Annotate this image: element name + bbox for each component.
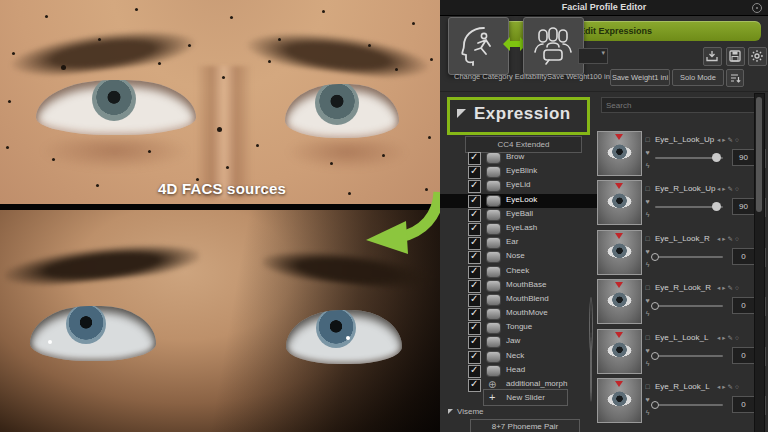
slider-row-eye-r-look-up: □♥ϟ Eye_R_Look_Up ◂▸✎○ 90 ▲▼ [440,180,768,228]
slider-label: Eye_R_Look_R [655,283,711,292]
slider-track[interactable] [655,404,723,406]
slider-track[interactable] [655,305,723,307]
scrollbar-thumb[interactable] [756,97,762,212]
slider-value[interactable]: 0 [732,248,755,265]
slider-value[interactable]: 0 [732,347,755,364]
checkbox-icon: □ [645,284,649,291]
sort-icon [728,71,742,85]
keyframe-icon: ◂▸ [717,284,728,291]
scrollbar[interactable] [754,93,765,432]
save-icon [728,49,742,63]
save-weight100-label[interactable]: Save Weight100 ini [547,72,612,81]
slider-value[interactable]: 90 [732,149,755,166]
dot-icon: ○ [735,334,741,341]
bolt-icon: ϟ [646,211,650,218]
slider-thumbnail-eye[interactable] [597,279,642,324]
slider-track[interactable] [655,355,723,357]
save-button[interactable] [726,47,745,66]
slider-thumbnail-eye[interactable] [597,230,642,275]
save-weight1-button[interactable]: Save Weight1 ini [610,69,670,86]
checkbox-icon: □ [645,136,649,143]
right-eye [285,84,399,138]
slider-track[interactable] [655,256,723,258]
left-eyebrow [8,23,197,81]
slider-label: Eye_R_Look_L [655,382,710,391]
left-eye [36,80,196,135]
slider-track[interactable] [655,206,723,208]
target-icon[interactable] [752,3,762,13]
dot-icon: ○ [735,383,741,390]
slider-thumbnail-eye[interactable] [597,131,642,176]
collapse-triangle-icon[interactable] [457,109,466,118]
slider-label: Eye_L_Look_L [655,333,708,342]
keyframe-icon: ◂▸ [717,185,728,192]
checkbox-icon: □ [645,185,649,192]
slider-row-eye-l-look-l: □♥ϟ Eye_L_Look_L ◂▸✎○ 0 ▲▼ [440,329,768,377]
pencil-icon: ✎ [728,284,735,291]
bolt-icon: ϟ [646,409,650,416]
slider-row-eye-l-look-r: □♥ϟ Eye_L_Look_R ◂▸✎○ 0 ▲▼ [440,230,768,278]
slider-knob[interactable] [712,202,721,211]
slider-knob[interactable] [651,401,659,409]
import-button[interactable] [703,47,722,66]
edit-expressions-label: Edit Expressions [579,26,652,36]
expression-set-dropdown[interactable] [578,48,608,64]
slider-knob[interactable] [651,352,659,360]
heart-icon: ♥ [645,248,649,255]
change-category-source-button[interactable] [448,17,509,75]
checkbox-icon: □ [645,235,649,242]
change-category-target-button[interactable] [523,17,584,75]
expression-section-title[interactable]: Expression [474,104,571,124]
slider-track[interactable] [655,157,723,159]
import-icon [705,49,719,63]
panel-title: Facial Profile Editor [440,2,768,12]
keyframe-icon: ◂▸ [717,136,728,143]
panel-titlebar[interactable]: Facial Profile Editor [440,0,768,16]
dot-icon: ○ [735,235,741,242]
slider-thumbnail-eye[interactable] [597,180,642,225]
photo-4d-facs-source: 4D FACS sources [0,0,440,204]
bolt-icon: ϟ [646,162,650,169]
pencil-icon: ✎ [728,136,735,143]
heart-icon: ♥ [645,149,649,156]
checkbox-icon: □ [645,334,649,341]
keyframe-icon: ◂▸ [717,383,728,390]
profile-motion-icon [457,25,499,67]
slider-value[interactable]: 0 [732,297,755,314]
under-eye-shadow [286,140,408,170]
eye-highlight [48,340,52,344]
curved-arrow-icon [360,190,444,256]
slider-thumbnail-eye[interactable] [597,329,642,374]
right-iris [316,310,356,348]
right-iris [315,84,359,125]
facial-tracking-dots [0,0,3,3]
slider-label: Eye_L_Look_R [655,234,710,243]
slider-knob[interactable] [712,153,721,162]
slider-thumbnail-eye[interactable] [597,378,642,423]
solo-mode-button[interactable]: Solo Mode [672,69,724,86]
group-people-icon [532,25,574,67]
slider-value[interactable]: 0 [732,396,755,413]
dot-icon: ○ [735,136,741,143]
slider-value[interactable]: 90 [732,198,755,215]
bolt-icon: ϟ [646,310,650,317]
slider-knob[interactable] [651,253,659,261]
divider [440,91,768,92]
search-input[interactable] [601,97,759,113]
sort-button[interactable] [726,69,744,87]
heart-icon: ♥ [645,297,649,304]
slider-label: Eye_R_Look_Up [655,184,715,193]
pencil-icon: ✎ [728,383,735,390]
right-eyebrow [244,25,431,83]
nose-bridge-shading [196,66,252,198]
facial-profile-editor-panel: Facial Profile Editor Edit Expressions [440,0,768,432]
settings-button[interactable] [748,47,767,66]
heart-icon: ♥ [645,198,649,205]
slider-knob[interactable] [651,302,659,310]
slider-label: Eye_L_Look_Up [655,135,714,144]
keyframe-icon: ◂▸ [717,334,728,341]
photo-caption: 4D FACS sources [158,180,286,197]
change-category-editability-label: Change Category Editability [454,72,547,81]
keyframe-icon: ◂▸ [717,235,728,242]
gear-icon [750,49,764,63]
